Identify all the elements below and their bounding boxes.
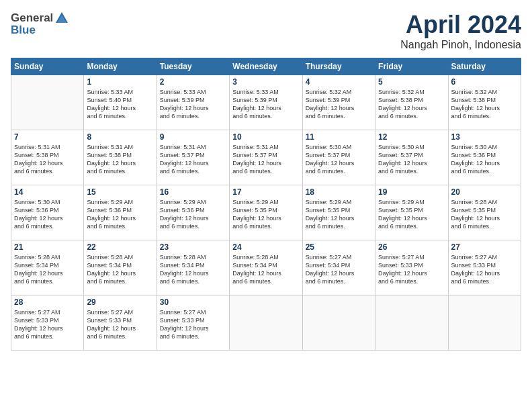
calendar-cell: 9Sunrise: 5:31 AMSunset: 5:37 PMDaylight… xyxy=(157,130,229,185)
subtitle: Nangah Pinoh, Indonesia xyxy=(400,39,521,51)
calendar-cell: 23Sunrise: 5:28 AMSunset: 5:34 PMDayligh… xyxy=(157,240,229,295)
calendar-cell: 12Sunrise: 5:30 AMSunset: 5:37 PMDayligh… xyxy=(375,130,448,185)
calendar-cell xyxy=(11,75,84,130)
calendar-cell: 21Sunrise: 5:28 AMSunset: 5:34 PMDayligh… xyxy=(11,240,84,295)
calendar-cell: 22Sunrise: 5:28 AMSunset: 5:34 PMDayligh… xyxy=(84,240,157,295)
day-number: 7 xyxy=(14,132,81,142)
calendar-cell: 1Sunrise: 5:33 AMSunset: 5:40 PMDaylight… xyxy=(84,75,157,130)
day-info: Sunrise: 5:31 AMSunset: 5:38 PMDaylight:… xyxy=(87,143,153,176)
day-info: Sunrise: 5:29 AMSunset: 5:35 PMDaylight:… xyxy=(378,198,445,231)
day-number: 15 xyxy=(87,187,153,197)
calendar-cell: 16Sunrise: 5:29 AMSunset: 5:36 PMDayligh… xyxy=(157,185,229,240)
calendar-cell xyxy=(302,295,375,351)
day-info: Sunrise: 5:27 AMSunset: 5:33 PMDaylight:… xyxy=(87,308,153,341)
day-info: Sunrise: 5:28 AMSunset: 5:35 PMDaylight:… xyxy=(451,198,518,231)
col-header-sunday: Sunday xyxy=(11,58,84,75)
calendar-cell: 25Sunrise: 5:27 AMSunset: 5:34 PMDayligh… xyxy=(302,240,375,295)
day-number: 18 xyxy=(306,187,372,197)
day-info: Sunrise: 5:30 AMSunset: 5:37 PMDaylight:… xyxy=(378,143,445,176)
day-info: Sunrise: 5:33 AMSunset: 5:40 PMDaylight:… xyxy=(87,88,153,121)
title-area: April 2024 Nangah Pinoh, Indonesia xyxy=(400,11,521,51)
calendar-cell: 8Sunrise: 5:31 AMSunset: 5:38 PMDaylight… xyxy=(84,130,157,185)
calendar-cell xyxy=(448,295,521,351)
day-number: 17 xyxy=(232,187,299,197)
day-number: 25 xyxy=(306,242,372,252)
calendar-cell: 15Sunrise: 5:29 AMSunset: 5:36 PMDayligh… xyxy=(84,185,157,240)
day-number: 13 xyxy=(451,132,518,142)
day-number: 11 xyxy=(306,132,372,142)
day-number: 4 xyxy=(306,77,372,87)
calendar-cell: 27Sunrise: 5:27 AMSunset: 5:33 PMDayligh… xyxy=(448,240,521,295)
calendar-cell: 6Sunrise: 5:32 AMSunset: 5:38 PMDaylight… xyxy=(448,75,521,130)
day-number: 16 xyxy=(160,187,226,197)
calendar-cell: 13Sunrise: 5:30 AMSunset: 5:36 PMDayligh… xyxy=(448,130,521,185)
day-info: Sunrise: 5:28 AMSunset: 5:34 PMDaylight:… xyxy=(14,253,81,286)
day-info: Sunrise: 5:32 AMSunset: 5:38 PMDaylight:… xyxy=(378,88,445,121)
day-info: Sunrise: 5:33 AMSunset: 5:39 PMDaylight:… xyxy=(232,88,299,121)
calendar-header: SundayMondayTuesdayWednesdayThursdayFrid… xyxy=(11,58,521,75)
logo-blue-text: Blue xyxy=(11,24,69,37)
day-number: 24 xyxy=(232,242,299,252)
calendar-cell: 30Sunrise: 5:27 AMSunset: 5:33 PMDayligh… xyxy=(157,295,229,351)
calendar-cell xyxy=(230,295,302,351)
day-number: 26 xyxy=(378,242,445,252)
calendar-table: SundayMondayTuesdayWednesdayThursdayFrid… xyxy=(11,58,521,351)
day-number: 30 xyxy=(160,298,226,307)
day-number: 22 xyxy=(87,242,153,252)
day-info: Sunrise: 5:31 AMSunset: 5:37 PMDaylight:… xyxy=(160,143,226,176)
day-info: Sunrise: 5:28 AMSunset: 5:34 PMDaylight:… xyxy=(87,253,153,286)
day-info: Sunrise: 5:29 AMSunset: 5:35 PMDaylight:… xyxy=(232,198,299,231)
col-header-tuesday: Tuesday xyxy=(157,58,229,75)
calendar-cell: 26Sunrise: 5:27 AMSunset: 5:33 PMDayligh… xyxy=(375,240,448,295)
day-info: Sunrise: 5:30 AMSunset: 5:36 PMDaylight:… xyxy=(451,143,518,176)
day-info: Sunrise: 5:32 AMSunset: 5:38 PMDaylight:… xyxy=(451,88,518,121)
day-number: 29 xyxy=(87,298,153,307)
col-header-thursday: Thursday xyxy=(302,58,375,75)
day-number: 28 xyxy=(14,298,81,307)
col-header-wednesday: Wednesday xyxy=(230,58,302,75)
calendar-cell: 10Sunrise: 5:31 AMSunset: 5:37 PMDayligh… xyxy=(230,130,302,185)
page-header: General Blue April 2024 Nangah Pinoh, In… xyxy=(11,11,521,51)
calendar-cell: 11Sunrise: 5:30 AMSunset: 5:37 PMDayligh… xyxy=(302,130,375,185)
day-number: 21 xyxy=(14,242,81,252)
day-info: Sunrise: 5:29 AMSunset: 5:36 PMDaylight:… xyxy=(160,198,226,231)
day-number: 19 xyxy=(378,187,445,197)
logo-icon xyxy=(54,11,69,26)
day-info: Sunrise: 5:28 AMSunset: 5:34 PMDaylight:… xyxy=(232,253,299,286)
day-info: Sunrise: 5:28 AMSunset: 5:34 PMDaylight:… xyxy=(160,253,226,286)
day-info: Sunrise: 5:30 AMSunset: 5:37 PMDaylight:… xyxy=(306,143,372,176)
calendar-cell: 18Sunrise: 5:29 AMSunset: 5:35 PMDayligh… xyxy=(302,185,375,240)
day-info: Sunrise: 5:27 AMSunset: 5:33 PMDaylight:… xyxy=(160,308,226,341)
day-number: 27 xyxy=(451,242,518,252)
day-info: Sunrise: 5:27 AMSunset: 5:34 PMDaylight:… xyxy=(306,253,372,286)
calendar-cell: 24Sunrise: 5:28 AMSunset: 5:34 PMDayligh… xyxy=(230,240,302,295)
day-number: 9 xyxy=(160,132,226,142)
calendar-cell: 29Sunrise: 5:27 AMSunset: 5:33 PMDayligh… xyxy=(84,295,157,351)
day-number: 5 xyxy=(378,77,445,87)
logo: General Blue xyxy=(11,11,69,37)
calendar-cell: 3Sunrise: 5:33 AMSunset: 5:39 PMDaylight… xyxy=(230,75,302,130)
day-number: 12 xyxy=(378,132,445,142)
calendar-cell: 7Sunrise: 5:31 AMSunset: 5:38 PMDaylight… xyxy=(11,130,84,185)
day-info: Sunrise: 5:29 AMSunset: 5:35 PMDaylight:… xyxy=(306,198,372,231)
day-info: Sunrise: 5:27 AMSunset: 5:33 PMDaylight:… xyxy=(14,308,81,341)
calendar-cell: 4Sunrise: 5:32 AMSunset: 5:39 PMDaylight… xyxy=(302,75,375,130)
col-header-monday: Monday xyxy=(84,58,157,75)
calendar-cell: 14Sunrise: 5:30 AMSunset: 5:36 PMDayligh… xyxy=(11,185,84,240)
day-number: 3 xyxy=(232,77,299,87)
calendar-cell: 19Sunrise: 5:29 AMSunset: 5:35 PMDayligh… xyxy=(375,185,448,240)
day-info: Sunrise: 5:30 AMSunset: 5:36 PMDaylight:… xyxy=(14,198,81,231)
day-info: Sunrise: 5:32 AMSunset: 5:39 PMDaylight:… xyxy=(306,88,372,121)
day-number: 8 xyxy=(87,132,153,142)
calendar-cell: 28Sunrise: 5:27 AMSunset: 5:33 PMDayligh… xyxy=(11,295,84,351)
day-number: 1 xyxy=(87,77,153,87)
day-info: Sunrise: 5:31 AMSunset: 5:37 PMDaylight:… xyxy=(232,143,299,176)
day-number: 2 xyxy=(160,77,226,87)
calendar-cell xyxy=(375,295,448,351)
calendar-cell: 17Sunrise: 5:29 AMSunset: 5:35 PMDayligh… xyxy=(230,185,302,240)
logo-general-text: General xyxy=(11,11,53,25)
day-info: Sunrise: 5:27 AMSunset: 5:33 PMDaylight:… xyxy=(451,253,518,286)
day-number: 6 xyxy=(451,77,518,87)
day-info: Sunrise: 5:29 AMSunset: 5:36 PMDaylight:… xyxy=(87,198,153,231)
day-number: 14 xyxy=(14,187,81,197)
